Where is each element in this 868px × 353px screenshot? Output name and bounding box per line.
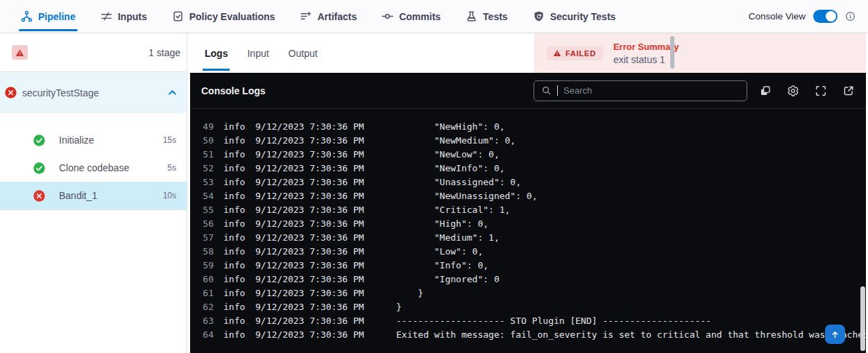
nav-tab-security-tests[interactable]: Security Tests [533, 0, 616, 33]
execution-sidebar: 1 stage securityTestStage Initialize15sC… [0, 33, 187, 353]
log-line-number: 56 [198, 217, 214, 231]
stage-name: securityTestStage [22, 87, 162, 98]
failed-status-icon [5, 87, 17, 98]
step-list: Initialize15sClone codebase5sBandit_110s [0, 113, 187, 210]
step-duration: 5s [167, 163, 176, 173]
error-summary-text: Error Summary exit status 1 [613, 42, 679, 65]
error-panel-scrollbar[interactable] [670, 36, 674, 69]
log-level: info [223, 273, 246, 286]
nav-tab-label: Pipeline [38, 11, 76, 22]
log-message: } [396, 300, 402, 314]
log-line-number: 53 [198, 175, 214, 189]
settings-gear-icon[interactable] [787, 85, 799, 97]
log-level: info [223, 120, 246, 134]
step-row-initialize[interactable]: Initialize15s [0, 126, 187, 154]
tab-output[interactable]: Output [289, 33, 318, 73]
log-timestamp: 9/12/2023 7:30:36 PM [255, 314, 361, 328]
step-name: Bandit_1 [59, 190, 149, 201]
nav-tab-label: Security Tests [550, 11, 616, 22]
log-level: info [223, 203, 246, 217]
step-row-bandit-1[interactable]: Bandit_110s [0, 182, 187, 209]
nav-tab-label: Inputs [118, 11, 147, 22]
failed-badge-label: FAILED [565, 49, 596, 58]
log-timestamp: 9/12/2023 7:30:36 PM [255, 189, 361, 203]
arrow-up-icon [830, 329, 840, 340]
chevron-up-icon[interactable] [167, 87, 178, 98]
log-line: 63info9/12/2023 7:30:36 PM--------------… [198, 314, 866, 328]
step-row-clone-codebase[interactable]: Clone codebase5s [0, 154, 187, 182]
console-title: Console Logs [201, 85, 266, 96]
log-timestamp: 9/12/2023 7:30:36 PM [255, 286, 361, 300]
log-output: 49info9/12/2023 7:30:36 PM "NewHigh": 0,… [190, 109, 866, 342]
tests-icon [466, 10, 477, 22]
log-line: 51info9/12/2023 7:30:36 PM "NewLow": 0, [198, 148, 866, 162]
log-message: "NewHigh": 0, [396, 120, 505, 134]
copy-icon[interactable] [759, 85, 772, 97]
search-icon [541, 85, 552, 96]
nav-tab-artifacts[interactable]: Artifacts [300, 0, 357, 33]
failed-status-pill: FAILED [547, 46, 603, 60]
log-line-number: 54 [198, 189, 214, 203]
scroll-to-top-button[interactable] [825, 325, 845, 344]
log-message: } [396, 286, 423, 300]
log-line: 60info9/12/2023 7:30:36 PM "Ignored": 0 [198, 273, 866, 286]
top-nav-tabs: PipelineInputsPolicy EvaluationsArtifact… [21, 0, 615, 33]
warning-triangle-icon [15, 49, 24, 57]
nav-tab-inputs[interactable]: Inputs [101, 0, 147, 33]
fullscreen-icon[interactable] [815, 85, 827, 97]
log-line: 52info9/12/2023 7:30:36 PM "NewInfo": 0, [198, 162, 866, 175]
log-timestamp: 9/12/2023 7:30:36 PM [255, 148, 361, 162]
log-line-number: 55 [198, 203, 214, 217]
warning-triangle-icon [553, 49, 561, 57]
log-level: info [223, 189, 246, 203]
step-name: Initialize [59, 135, 149, 146]
nav-tab-pipeline[interactable]: Pipeline [21, 0, 76, 33]
log-timestamp: 9/12/2023 7:30:36 PM [255, 162, 361, 175]
step-duration: 10s [163, 191, 176, 200]
log-message: "Info": 0, [396, 259, 488, 273]
log-message: "NewLow": 0, [396, 148, 500, 162]
console-header: Console Logs [190, 73, 866, 109]
log-search-input[interactable] [563, 85, 740, 96]
log-timestamp: 9/12/2023 7:30:36 PM [255, 134, 361, 148]
log-line: 57info9/12/2023 7:30:36 PM "Medium": 1, [198, 231, 866, 245]
log-message: "Unassigned": 0, [396, 175, 521, 189]
log-timestamp: 9/12/2023 7:30:36 PM [255, 203, 361, 217]
info-icon[interactable] [845, 11, 856, 21]
tab-logs[interactable]: Logs [205, 33, 228, 73]
console-scrollbar[interactable] [860, 286, 865, 351]
success-status-icon [33, 135, 45, 146]
nav-tab-tests[interactable]: Tests [466, 0, 508, 33]
log-timestamp: 9/12/2023 7:30:36 PM [255, 175, 361, 189]
log-level: info [223, 259, 246, 273]
log-message: "High": 0, [396, 217, 488, 231]
log-level: info [223, 231, 246, 245]
top-navigation-bar: PipelineInputsPolicy EvaluationsArtifact… [0, 0, 868, 33]
nav-tab-label: Artifacts [317, 11, 357, 22]
open-in-new-icon[interactable] [842, 85, 855, 97]
tab-input[interactable]: Input [247, 33, 269, 73]
log-level: info [223, 245, 246, 259]
log-search-box[interactable] [534, 80, 747, 101]
artifacts-icon [300, 10, 312, 22]
log-message: "Low": 0, [396, 245, 483, 259]
log-timestamp: 9/12/2023 7:30:36 PM [255, 245, 361, 259]
console-view-label: Console View [749, 11, 806, 21]
nav-tab-policy-evaluations[interactable]: Policy Evaluations [172, 0, 275, 33]
log-level: info [223, 134, 246, 148]
stage-row-securityteststage[interactable]: securityTestStage [0, 72, 187, 113]
pipeline-icon [21, 10, 33, 22]
log-line: 49info9/12/2023 7:30:36 PM "NewHigh": 0, [198, 120, 866, 134]
failed-status-icon [33, 190, 45, 202]
pipeline-failed-badge [12, 45, 28, 60]
policy-evaluations-icon [172, 10, 184, 22]
log-message: "Critical": 1, [396, 203, 510, 217]
nav-tab-commits[interactable]: Commits [382, 0, 441, 33]
toggle-knob [826, 11, 836, 21]
step-duration: 15s [163, 135, 176, 145]
security-tests-icon [533, 10, 545, 22]
console-view-toggle[interactable] [813, 10, 837, 23]
log-line: 58info9/12/2023 7:30:36 PM "Low": 0, [198, 245, 866, 259]
log-level: info [223, 300, 246, 314]
log-line: 61info9/12/2023 7:30:36 PM } [198, 286, 866, 300]
